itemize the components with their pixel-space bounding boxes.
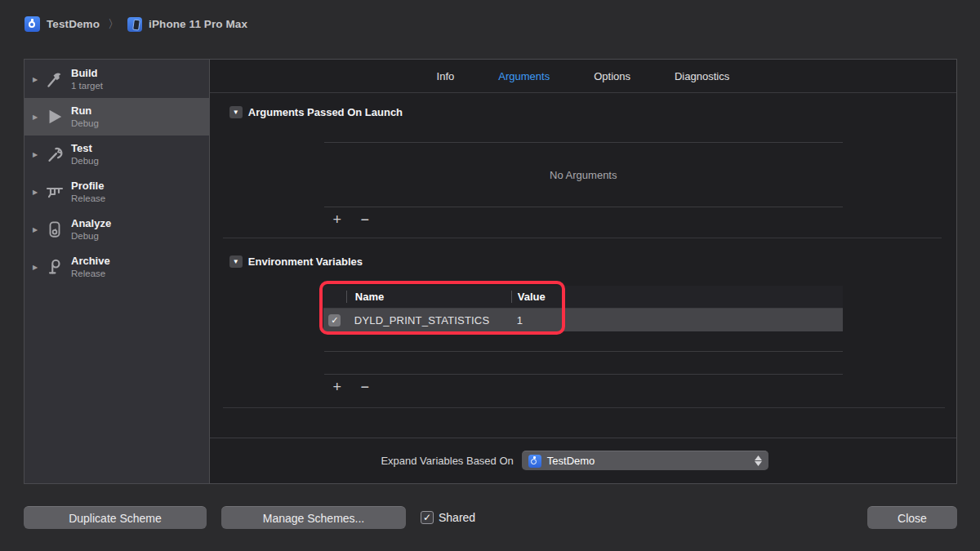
env-section-title: Environment Variables — [248, 256, 363, 268]
divider — [324, 351, 843, 352]
section-disclosure-icon[interactable]: ▼ — [229, 106, 243, 118]
app-icon-ring — [531, 459, 537, 464]
remove-env-variable-button[interactable]: − — [357, 380, 373, 394]
disclosure-triangle-icon[interactable]: ▶ — [33, 151, 44, 158]
breadcrumb: TestDemo 〉 iPhone 11 Pro Max — [24, 16, 247, 32]
divider — [324, 207, 843, 207]
iphone-device-icon[interactable] — [127, 17, 142, 32]
env-table-row[interactable]: ✓ DYLD_PRINT_STATISTICS 1 — [323, 309, 843, 331]
sidebar-item-sublabel: Release — [71, 268, 110, 279]
arguments-add-remove: + − — [329, 212, 373, 227]
shared-label: Shared — [439, 511, 475, 524]
scheme-app-icon — [528, 455, 541, 468]
env-row-checkbox[interactable]: ✓ — [328, 314, 341, 327]
env-header-name: Name — [346, 291, 511, 303]
breadcrumb-device[interactable]: iPhone 11 Pro Max — [149, 18, 247, 30]
expand-variables-label: Expand Variables Based On — [345, 455, 514, 467]
divider — [324, 142, 843, 143]
sidebar-item-sublabel: Debug — [71, 155, 99, 167]
sidebar-item-label: Test — [71, 142, 99, 155]
env-header-value: Value — [511, 291, 843, 303]
shared-checkbox[interactable]: ✓ — [421, 511, 434, 524]
arguments-section-title: Arguments Passed On Launch — [248, 106, 403, 118]
scheme-app-icon[interactable] — [24, 16, 40, 32]
wrench-icon — [44, 144, 65, 164]
app-icon-ring — [29, 21, 35, 28]
sidebar-item-test[interactable]: ▶ Test Debug — [24, 136, 209, 173]
close-button[interactable]: Close — [867, 506, 957, 529]
sidebar-item-archive[interactable]: ▶ Archive Release — [24, 248, 209, 286]
meter-icon — [44, 220, 65, 239]
env-variables-table: Name Value ✓ DYLD_PRINT_STATISTICS 1 — [323, 286, 843, 331]
tab-bar: Info Arguments Options Diagnostics — [210, 60, 956, 93]
env-table-header: Name Value — [323, 286, 843, 309]
section-divider — [223, 407, 945, 408]
scheme-detail-panel: Info Arguments Options Diagnostics ▼ Arg… — [210, 60, 956, 483]
tab-options[interactable]: Options — [594, 70, 630, 82]
breadcrumb-scheme[interactable]: TestDemo — [47, 18, 100, 30]
sidebar-item-sublabel: Debug — [71, 230, 111, 242]
disclosure-triangle-icon[interactable]: ▶ — [33, 76, 44, 83]
sidebar-item-label: Archive — [71, 255, 110, 268]
env-section-header: ▼ Environment Variables — [229, 256, 363, 268]
duplicate-scheme-button[interactable]: Duplicate Scheme — [24, 506, 207, 529]
sidebar-item-label: Build — [71, 67, 103, 80]
scheme-actions-sidebar: ▶ Build 1 target ▶ Run Debug — [24, 60, 210, 483]
no-arguments-text: No Arguments — [324, 169, 843, 181]
sidebar-item-analyze[interactable]: ▶ Analyze Debug — [24, 211, 209, 248]
caliper-icon — [44, 182, 65, 202]
env-add-remove: + − — [329, 380, 373, 394]
sidebar-item-label: Profile — [71, 180, 105, 193]
env-row-value[interactable]: 1 — [511, 314, 843, 327]
play-icon — [44, 107, 65, 127]
sidebar-item-sublabel: 1 target — [71, 80, 103, 91]
disclosure-triangle-icon[interactable]: ▶ — [33, 226, 44, 233]
tab-info[interactable]: Info — [437, 70, 455, 82]
expand-variables-popup[interactable]: TestDemo — [522, 451, 768, 470]
manage-schemes-button[interactable]: Manage Schemes... — [221, 506, 406, 529]
hammer-icon — [44, 69, 65, 89]
section-divider — [223, 238, 942, 238]
footer-divider — [210, 438, 956, 438]
tab-diagnostics[interactable]: Diagnostics — [675, 70, 729, 82]
scheme-editor-dialog: ▶ Build 1 target ▶ Run Debug — [24, 59, 957, 484]
disclosure-triangle-icon[interactable]: ▶ — [33, 264, 44, 271]
divider — [324, 374, 843, 375]
sidebar-item-label: Analyze — [71, 217, 111, 230]
arguments-section-header: ▼ Arguments Passed On Launch — [229, 106, 403, 118]
disclosure-triangle-icon[interactable]: ▶ — [33, 113, 44, 121]
popup-chevrons-icon — [755, 455, 762, 466]
sidebar-item-build[interactable]: ▶ Build 1 target — [24, 60, 209, 98]
env-row-name[interactable]: DYLD_PRINT_STATISTICS — [346, 314, 511, 327]
clamp-icon — [44, 257, 65, 277]
tab-arguments[interactable]: Arguments — [498, 70, 550, 82]
popup-selected-value: TestDemo — [547, 455, 749, 467]
add-env-variable-button[interactable]: + — [329, 380, 345, 394]
sidebar-item-label: Run — [71, 104, 99, 118]
app-icon-tick — [31, 19, 33, 22]
disclosure-triangle-icon[interactable]: ▶ — [33, 189, 44, 196]
breadcrumb-separator: 〉 — [106, 17, 121, 32]
phone-glyph — [132, 19, 140, 30]
sidebar-item-run[interactable]: ▶ Run Debug — [24, 98, 209, 136]
remove-argument-button[interactable]: − — [357, 212, 373, 227]
add-argument-button[interactable]: + — [329, 212, 345, 227]
section-disclosure-icon[interactable]: ▼ — [229, 256, 243, 268]
shared-option: ✓ Shared — [421, 506, 475, 529]
app-icon-tick — [533, 456, 536, 459]
sidebar-item-sublabel: Debug — [71, 118, 99, 129]
sidebar-item-profile[interactable]: ▶ Profile Release — [24, 173, 209, 211]
sidebar-item-sublabel: Release — [71, 193, 105, 204]
